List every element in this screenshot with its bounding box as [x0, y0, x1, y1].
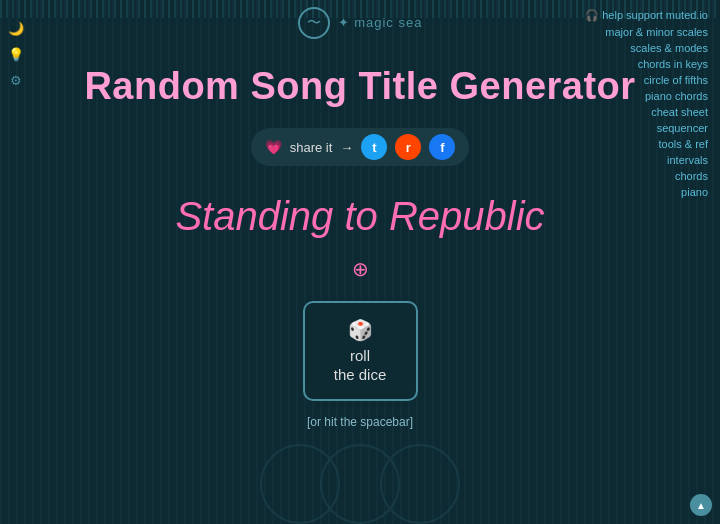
- reddit-button[interactable]: r: [395, 134, 421, 160]
- generated-song-title: Standing to Republic: [175, 194, 544, 239]
- nav-cheat-sheet[interactable]: cheat sheet: [647, 105, 712, 119]
- dice-button-label: rollthe dice: [334, 346, 387, 385]
- nav-scales-modes[interactable]: scales & modes: [626, 41, 712, 55]
- chevron-up-icon: ▲: [696, 500, 706, 511]
- bookmark-icon[interactable]: ⊕: [352, 257, 369, 281]
- nav-major-minor-scales[interactable]: major & minor scales: [601, 25, 712, 39]
- twitter-icon: t: [372, 140, 376, 155]
- logo-area[interactable]: 〜 ✦ magic sea: [298, 7, 423, 39]
- magic-sea-label: ✦ magic sea: [338, 15, 423, 30]
- settings-icon[interactable]: ⚙: [8, 72, 24, 88]
- reddit-icon: r: [406, 140, 411, 155]
- share-bar: 💗 share it → t r f: [251, 128, 470, 166]
- help-support-link[interactable]: 🎧 help support muted.io: [581, 8, 712, 23]
- nav-chords-in-keys[interactable]: chords in keys: [634, 57, 712, 71]
- nav-chords[interactable]: chords: [671, 169, 712, 183]
- nav-intervals[interactable]: intervals: [663, 153, 712, 167]
- heart-icon: 💗: [265, 139, 282, 155]
- page-title: Random Song Title Generator: [84, 65, 635, 108]
- share-label: share it: [290, 140, 333, 155]
- roll-dice-button[interactable]: 🎲 rollthe dice: [303, 301, 418, 401]
- logo-wave-icon: 〜: [307, 14, 321, 32]
- facebook-icon: f: [440, 140, 444, 155]
- twitter-button[interactable]: t: [361, 134, 387, 160]
- nav-tools-ref[interactable]: tools & ref: [654, 137, 712, 151]
- light-icon[interactable]: 💡: [8, 46, 24, 62]
- share-arrow-icon: →: [340, 140, 353, 155]
- spacebar-hint: [or hit the spacebar]: [307, 415, 413, 429]
- nav-circle-of-fifths[interactable]: circle of fifths: [640, 73, 712, 87]
- logo-circle: 〜: [298, 7, 330, 39]
- dice-emoji-icon: 🎲: [348, 318, 373, 342]
- scroll-to-top-button[interactable]: ▲: [690, 494, 712, 516]
- facebook-button[interactable]: f: [429, 134, 455, 160]
- bottom-decoration: [270, 444, 450, 524]
- nav-sequencer[interactable]: sequencer: [653, 121, 712, 135]
- nav-piano-chords[interactable]: piano chords: [641, 89, 712, 103]
- right-nav: 🎧 help support muted.io major & minor sc…: [581, 8, 720, 199]
- nav-piano[interactable]: piano: [677, 185, 712, 199]
